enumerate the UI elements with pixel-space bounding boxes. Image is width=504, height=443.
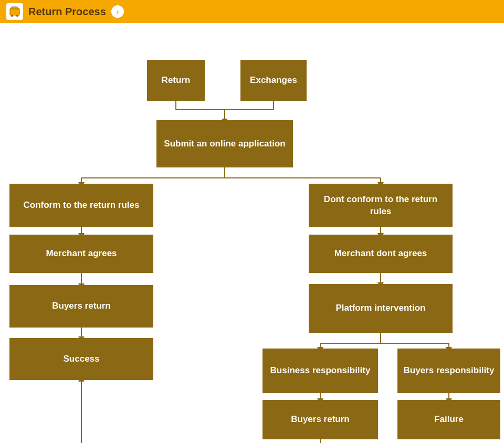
diagram: Return Exchanges Submit an online applic…: [0, 23, 504, 443]
header-icon: [6, 3, 23, 20]
buyers-return-left-box: Buyers return: [9, 285, 153, 328]
platform-box: Platform intervention: [309, 284, 453, 333]
svg-rect-0: [10, 9, 19, 15]
failure-box: Failure: [397, 400, 500, 439]
buyers-resp-box: Buyers responsibility: [397, 349, 500, 393]
svg-marker-3: [10, 7, 19, 9]
return-box: Return: [147, 60, 205, 101]
merchant-dont-box: Merchant dont agrees: [309, 235, 453, 273]
svg-point-2: [16, 15, 18, 17]
business-resp-box: Business responsibility: [262, 349, 378, 393]
buyers-return-right-box: Buyers return: [262, 400, 378, 439]
submit-box: Submit an online application: [156, 120, 293, 167]
svg-point-1: [11, 15, 13, 17]
conform-box: Conform to the return rules: [9, 184, 153, 227]
success-box: Success: [9, 338, 153, 380]
dont-conform-box: Dont conform to the return rules: [309, 184, 453, 227]
exchanges-box: Exchanges: [240, 60, 307, 101]
header: Return Process ›: [0, 0, 504, 23]
header-chevron[interactable]: ›: [111, 5, 124, 18]
header-title: Return Process: [28, 6, 106, 18]
merchant-agrees-box: Merchant agrees: [9, 235, 153, 273]
